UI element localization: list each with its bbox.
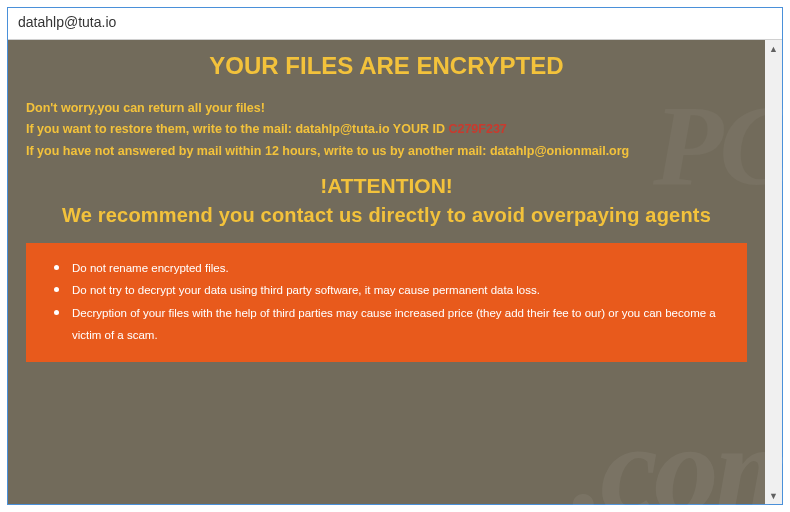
scroll-down-arrow-icon[interactable]: ▼ xyxy=(765,487,782,504)
your-id-label: YOUR ID xyxy=(390,122,449,136)
intro-text: Don't worry,you can return all your file… xyxy=(26,98,747,162)
attention-heading: !ATTENTION! xyxy=(26,174,747,198)
warning-item: Decryption of your files with the help o… xyxy=(48,302,725,347)
content-area: PC .com YOUR FILES ARE ENCRYPTED Don't w… xyxy=(8,40,782,504)
window-title: datahlp@tuta.io xyxy=(18,14,116,30)
scroll-up-arrow-icon[interactable]: ▲ xyxy=(765,40,782,57)
intro-line2-prefix: If you want to restore them, write to th… xyxy=(26,122,295,136)
warning-item: Do not try to decrypt your data using th… xyxy=(48,279,725,301)
warning-box: Do not rename encrypted files. Do not tr… xyxy=(26,243,747,363)
recommend-text: We recommend you contact us directly to … xyxy=(26,204,747,227)
intro-line3-prefix: If you have not answered by mail within … xyxy=(26,144,490,158)
warning-item: Do not rename encrypted files. xyxy=(48,257,725,279)
intro-line1: Don't worry,you can return all your file… xyxy=(26,101,265,115)
your-id-value: C279F237 xyxy=(448,122,506,136)
encrypted-heading: YOUR FILES ARE ENCRYPTED xyxy=(26,52,747,80)
contact-email-1: datahlp@tuta.io xyxy=(295,122,389,136)
contact-email-2: datahlp@onionmail.org xyxy=(490,144,629,158)
warning-list: Do not rename encrypted files. Do not tr… xyxy=(48,257,725,347)
ransom-note: YOUR FILES ARE ENCRYPTED Don't worry,you… xyxy=(8,40,765,504)
vertical-scrollbar[interactable]: ▲ ▼ xyxy=(765,40,782,504)
window-frame: datahlp@tuta.io PC .com YOUR FILES ARE E… xyxy=(7,7,783,505)
titlebar[interactable]: datahlp@tuta.io xyxy=(8,8,782,40)
